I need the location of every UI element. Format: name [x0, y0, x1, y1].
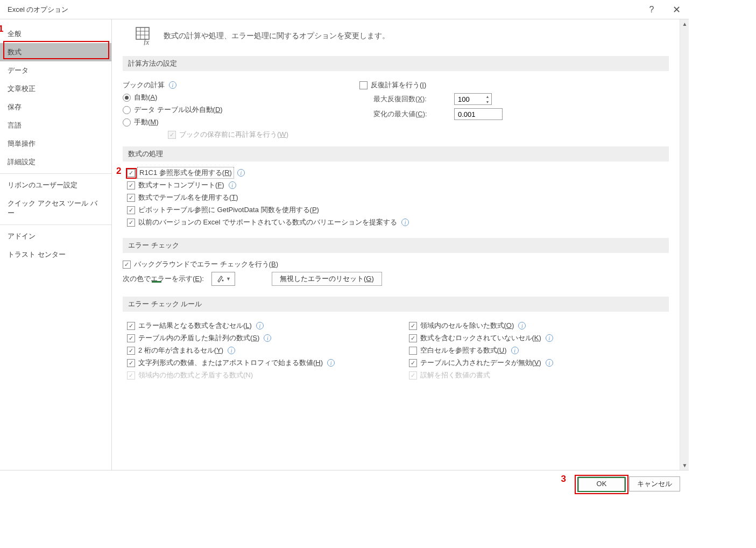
autocomplete-label: 数式オートコンプリート(F)	[138, 180, 224, 190]
checkbox-legacy[interactable]: ✓	[127, 219, 135, 227]
sidebar-item-addins[interactable]: アドイン	[0, 227, 111, 245]
checkbox-r1c1[interactable]: ✓	[127, 169, 135, 177]
titlebar: Excel のオプション ? ✕	[0, 0, 689, 19]
svg-text:fx: fx	[144, 38, 150, 45]
rule-o[interactable]: ✓	[409, 322, 417, 330]
sidebar-item-ribbon[interactable]: リボンのユーザー設定	[0, 176, 111, 194]
sidebar-item-language[interactable]: 言語	[0, 116, 111, 135]
info-icon[interactable]: i	[228, 347, 235, 354]
title-controls: ? ✕	[639, 0, 689, 19]
rule-u-label: 空白セルを参照する数式(U)	[420, 346, 507, 355]
window-title: Excel のオプション	[8, 5, 68, 15]
sidebar-item-save[interactable]: 保存	[0, 98, 111, 116]
checkbox-autocomplete[interactable]: ✓	[127, 181, 135, 189]
checkbox-bgcheck[interactable]: ✓	[123, 261, 131, 269]
rule-v[interactable]: ✓	[409, 359, 417, 367]
sidebar-item-trust[interactable]: トラスト センター	[0, 245, 111, 264]
rule-l-label: エラー結果となる数式を含むセル(L)	[138, 321, 252, 331]
info-icon[interactable]: i	[327, 359, 335, 367]
rule-l[interactable]: ✓	[127, 322, 135, 330]
radio-auto-label: 自動(A)	[134, 93, 157, 102]
radio-auto-except-label: データ テーブル以外自動(D)	[134, 105, 223, 115]
rule-n-label: 領域内の他の数式と矛盾する数式(N)	[138, 370, 253, 380]
content-panel: fx 数式の計算や処理、エラー処理に関するオプションを変更します。 計算方法の設…	[112, 19, 680, 470]
annotation-2: 2	[116, 166, 121, 177]
help-button[interactable]: ?	[639, 0, 664, 19]
rule-y[interactable]: ✓	[127, 347, 135, 355]
max-change-input[interactable]	[454, 108, 503, 120]
sidebar-item-advanced[interactable]: 詳細設定	[0, 153, 111, 171]
radio-auto[interactable]	[123, 94, 131, 102]
info-icon[interactable]: i	[518, 322, 526, 329]
info-icon[interactable]: i	[401, 219, 409, 226]
section-calc: 計算方法の設定	[123, 56, 669, 71]
rule-s[interactable]: ✓	[127, 334, 135, 342]
reset-errors-button[interactable]: 無視したエラーのリセット(G)	[272, 272, 382, 286]
vertical-scrollbar[interactable]: ▲ ▼	[680, 19, 689, 470]
section-err: エラー チェック	[123, 238, 669, 253]
bgcheck-label: バックグラウンドでエラー チェックを行う(B)	[134, 259, 278, 269]
info-icon[interactable]: i	[511, 347, 519, 354]
radio-manual-label: 手動(M)	[134, 117, 159, 127]
tablenames-label: 数式でテーブル名を使用する(T)	[138, 193, 238, 202]
rule-y-label: 2 桁の年が含まれるセル(Y)	[138, 346, 223, 355]
rule-h[interactable]: ✓	[127, 359, 135, 367]
svg-rect-0	[136, 27, 149, 39]
max-iter-label: 最大反復回数(X):	[373, 94, 449, 104]
max-change-label: 変化の最大値(C):	[373, 109, 449, 119]
footer: 3 OK キャンセル	[0, 470, 689, 497]
info-icon[interactable]: i	[229, 181, 236, 189]
sidebar: 1 全般 数式 データ 文章校正 保存 言語 簡単操作 詳細設定 リボンのユーザ…	[0, 19, 112, 470]
recalc-save-label: ブックの保存前に再計算を行う(W)	[179, 130, 288, 139]
close-button[interactable]: ✕	[664, 0, 689, 19]
info-icon[interactable]: i	[546, 359, 553, 367]
rule-o-label: 領域内のセルを除いた数式(O)	[420, 321, 514, 331]
annotation-3: 3	[561, 474, 566, 484]
rule-last-label: 誤解を招く数値の書式	[420, 370, 490, 380]
checkbox-iterate[interactable]	[359, 81, 368, 89]
rule-v-label: テーブルに入力されたデータが無効(V)	[420, 358, 541, 368]
sidebar-separator-2	[0, 224, 111, 225]
sidebar-item-formulas[interactable]: 数式	[0, 43, 111, 61]
sidebar-item-ease[interactable]: 簡単操作	[0, 135, 111, 153]
rule-n[interactable]: ✓	[127, 371, 135, 380]
scroll-down-icon[interactable]: ▼	[680, 461, 689, 470]
info-icon[interactable]: i	[264, 334, 271, 342]
radio-manual[interactable]	[123, 118, 131, 127]
rule-s-label: テーブル内の矛盾した集計列の数式(S)	[138, 333, 259, 343]
intro-text: 数式の計算や処理、エラー処理に関するオプションを変更します。	[164, 31, 390, 41]
rule-k[interactable]: ✓	[409, 334, 417, 342]
scroll-up-icon[interactable]: ▲	[680, 19, 689, 29]
sidebar-item-data[interactable]: データ	[0, 61, 111, 80]
checkbox-getpivotdata[interactable]: ✓	[127, 206, 135, 214]
cancel-button[interactable]: キャンセル	[629, 476, 680, 491]
rule-u[interactable]	[409, 347, 417, 355]
section-rules: エラー チェック ルール	[123, 297, 669, 312]
r1c1-label: R1C1 参照形式を使用する(R)	[138, 168, 233, 178]
checkbox-tablenames[interactable]: ✓	[127, 194, 135, 202]
section-formula: 数式の処理	[123, 146, 669, 161]
spin-down[interactable]: ▼	[484, 99, 491, 104]
rule-k-label: 数式を含むロックされていないセル(K)	[420, 333, 541, 343]
info-icon[interactable]: i	[169, 81, 176, 89]
sidebar-item-general[interactable]: 全般	[0, 25, 111, 43]
rule-last[interactable]: ✓	[409, 371, 417, 380]
book-calc-label: ブックの計算	[123, 80, 165, 90]
formulas-icon: fx	[136, 27, 157, 45]
sidebar-item-qat[interactable]: クイック アクセス ツール バー	[0, 194, 111, 222]
info-icon[interactable]: i	[237, 169, 245, 177]
getpivotdata-label: ピボットテーブル参照に GetPivotData 関数を使用する(P)	[138, 205, 319, 215]
info-icon[interactable]: i	[546, 334, 553, 342]
info-icon[interactable]: i	[256, 322, 264, 329]
ok-button[interactable]: OK	[578, 476, 625, 491]
legacy-label: 以前のバージョンの Excel でサポートされている数式のバリエーションを提案す…	[138, 217, 397, 227]
sidebar-item-proofing[interactable]: 文章校正	[0, 80, 111, 98]
sidebar-separator	[0, 173, 111, 174]
spin-up[interactable]: ▲	[484, 94, 491, 99]
annotation-1: 1	[0, 24, 3, 34]
radio-auto-except[interactable]	[123, 106, 131, 114]
checkbox-recalc-save: ✓	[168, 131, 176, 139]
rule-h-label: 文字列形式の数値、またはアポストロフィで始まる数値(H)	[138, 358, 323, 368]
iterate-label: 反復計算を行う(I)	[371, 80, 426, 90]
